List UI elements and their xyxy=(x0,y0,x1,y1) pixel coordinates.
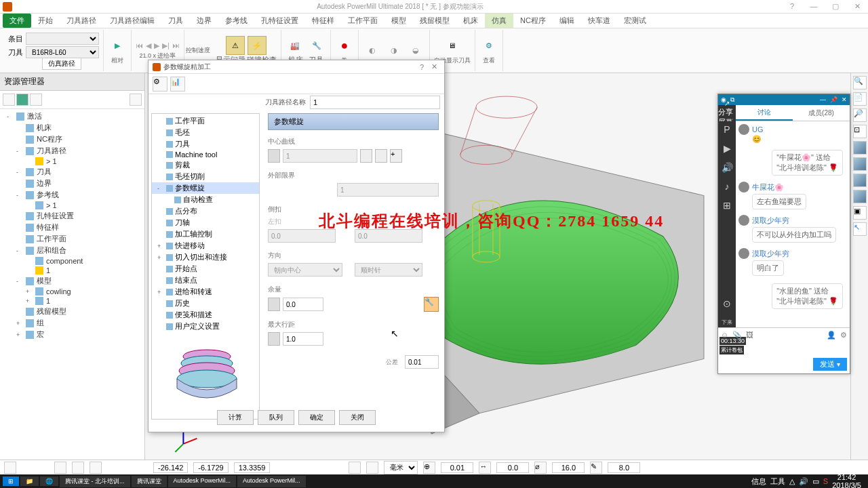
rtb-icon-4[interactable] xyxy=(130,94,142,106)
queue-button[interactable]: 队列 xyxy=(258,410,294,425)
tree-item[interactable]: > 1 xyxy=(0,157,144,166)
calc-button[interactable]: 计算 xyxy=(217,410,254,425)
step-fwd-icon[interactable]: ▶| xyxy=(162,41,170,50)
play2-icon[interactable]: ▶ xyxy=(154,41,159,50)
dtree-item[interactable]: 剪裁 xyxy=(152,159,259,171)
sb-icon-9[interactable]: ⌀ xyxy=(534,462,547,474)
rt-search-icon[interactable]: 🔎 xyxy=(853,108,867,122)
menu-tab-15[interactable]: 快车道 xyxy=(581,14,617,28)
strip-select[interactable] xyxy=(26,33,99,45)
rtb-icon-1[interactable] xyxy=(3,94,15,106)
cs-music-icon[interactable]: ♪ xyxy=(721,181,733,193)
tree-item[interactable]: -刀具 xyxy=(0,166,144,178)
chat-close-icon[interactable]: ✕ xyxy=(842,96,847,103)
cutter-icon[interactable]: 🔧 xyxy=(307,36,326,55)
tree-item[interactable]: 边界 xyxy=(0,178,144,189)
rt-select-icon[interactable]: ▣ xyxy=(853,206,867,220)
taskbar-item[interactable]: Autodesk PowerMil... xyxy=(237,476,306,487)
allowance-tool-icon[interactable]: 🔧 xyxy=(424,297,439,312)
resource-tree[interactable]: -激活机床NC程序-刀具路径> 1-刀具边界-参考线> 1孔特征设置特征样工作平… xyxy=(0,109,144,342)
rtb-icon-2[interactable] xyxy=(16,94,28,106)
tree-item[interactable]: 孔特征设置 xyxy=(0,210,144,222)
collision-icon[interactable]: ⚡ xyxy=(248,36,267,55)
rt-side-icon[interactable] xyxy=(853,190,867,203)
start-button[interactable]: ⊞ xyxy=(3,476,19,486)
path-name-input[interactable] xyxy=(310,96,440,109)
tree-item[interactable]: 特征样 xyxy=(0,222,144,233)
menu-tab-8[interactable]: 工作平面 xyxy=(341,14,384,28)
dtree-item[interactable]: +切入切出和连接 xyxy=(152,251,259,263)
tray-tools[interactable]: 工具 xyxy=(770,476,785,487)
sb-icon-1[interactable] xyxy=(4,462,16,474)
close-button[interactable]: 关闭 xyxy=(339,410,376,425)
cs-ppt-icon[interactable]: P xyxy=(721,124,733,136)
sb-icon-5[interactable] xyxy=(349,462,361,474)
dtree-item[interactable]: 毛坯 xyxy=(152,127,259,138)
view-settings-icon[interactable]: ⚙ xyxy=(479,36,498,55)
rt-iso-icon[interactable] xyxy=(853,141,867,155)
tree-item[interactable]: -参考线 xyxy=(0,189,144,201)
user-icon[interactable]: 👤 xyxy=(827,331,836,340)
dtree-item[interactable]: 加工轴控制 xyxy=(152,228,259,240)
center-btn2-icon[interactable] xyxy=(375,149,387,163)
tree-item[interactable]: 机床 xyxy=(0,122,144,134)
maxstep-lock-icon[interactable] xyxy=(268,332,280,346)
task-explorer-icon[interactable]: 📁 xyxy=(20,476,39,486)
cs-clock-icon[interactable]: ⊙ xyxy=(721,298,733,310)
menu-tab-1[interactable]: 刀具路径 xyxy=(60,14,103,28)
chat-min-icon[interactable]: — xyxy=(820,96,826,103)
tray-power-icon[interactable]: S xyxy=(823,477,828,485)
unit-select[interactable]: 毫米 xyxy=(384,461,418,474)
chat-pin-icon[interactable]: 📌 xyxy=(830,96,837,103)
dtree-item[interactable]: 点分布 xyxy=(152,205,259,217)
sb-icon-10[interactable]: ✎ xyxy=(590,462,602,474)
taskbar-item[interactable]: Autodesk PowerMil... xyxy=(168,476,237,487)
rt-page-icon[interactable]: 📄 xyxy=(853,92,867,106)
dir1-select[interactable]: 朝向中心 xyxy=(268,263,342,277)
chat-popout-icon[interactable]: ⧉ xyxy=(730,96,734,104)
sb-icon-7[interactable]: ⊕ xyxy=(423,462,435,474)
rt-front-icon[interactable] xyxy=(853,174,867,187)
dtree-item[interactable]: 毛坯切削 xyxy=(152,171,259,182)
dtree-item[interactable]: -参数螺旋 xyxy=(152,182,259,194)
dtree-item[interactable]: +进给和转速 xyxy=(152,286,259,298)
dtree-item[interactable]: 刀轴 xyxy=(152,217,259,228)
center-btn1-icon[interactable] xyxy=(360,149,372,163)
menu-tab-6[interactable]: 孔特征设置 xyxy=(254,14,305,28)
step-back-icon[interactable]: ◀ xyxy=(146,41,151,50)
menu-tab-16[interactable]: 宏测试 xyxy=(617,14,653,28)
dialog-help-icon[interactable]: ? xyxy=(416,63,428,71)
emoji-icon[interactable]: ☺ xyxy=(721,331,728,340)
machine-icon[interactable]: 🏭 xyxy=(285,36,304,55)
tree-item[interactable]: 残留模型 xyxy=(0,306,144,317)
dtree-item[interactable]: +快进移动 xyxy=(152,240,259,251)
dtree-item[interactable]: Machine tool xyxy=(152,150,259,159)
tree-item[interactable]: +1 xyxy=(0,296,144,306)
sb-icon-4[interactable] xyxy=(90,462,102,474)
menu-tab-3[interactable]: 刀具 xyxy=(161,14,190,28)
center-add-icon[interactable]: + xyxy=(390,149,402,163)
menu-tab-14[interactable]: 编辑 xyxy=(553,14,581,28)
send-button[interactable]: 发送 ▾ xyxy=(813,358,847,371)
dialog-close-icon[interactable]: ✕ xyxy=(428,62,440,71)
dtree-item[interactable]: 历史 xyxy=(152,298,259,309)
menu-tab-9[interactable]: 模型 xyxy=(384,14,413,28)
dtb-chart-icon[interactable]: 📊 xyxy=(170,77,185,92)
auto-show-icon[interactable]: 🖥 xyxy=(443,36,462,55)
dtree-item[interactable]: 便笺和描述 xyxy=(152,309,259,321)
dtree-item[interactable]: 用户定义设置 xyxy=(152,321,259,332)
rt-top-icon[interactable] xyxy=(853,157,867,171)
image-icon[interactable]: 🖼 xyxy=(746,331,753,340)
rt-cursor-icon[interactable]: ↖ xyxy=(853,222,867,236)
tree-item[interactable]: +cowling xyxy=(0,287,144,296)
minimize-icon[interactable]: — xyxy=(806,2,822,11)
sb-icon-6[interactable] xyxy=(366,462,378,474)
dtree-item[interactable]: 结束点 xyxy=(152,274,259,286)
ok-button[interactable]: 确定 xyxy=(298,410,335,425)
menu-tab-13[interactable]: NC程序 xyxy=(513,14,553,28)
tree-item[interactable]: > 1 xyxy=(0,201,144,210)
attach-icon[interactable]: 📎 xyxy=(732,331,742,340)
skip-start-icon[interactable]: ⏮ xyxy=(136,41,143,49)
settings-icon[interactable]: ⚙ xyxy=(840,331,847,340)
maxstep-input[interactable] xyxy=(283,332,323,346)
